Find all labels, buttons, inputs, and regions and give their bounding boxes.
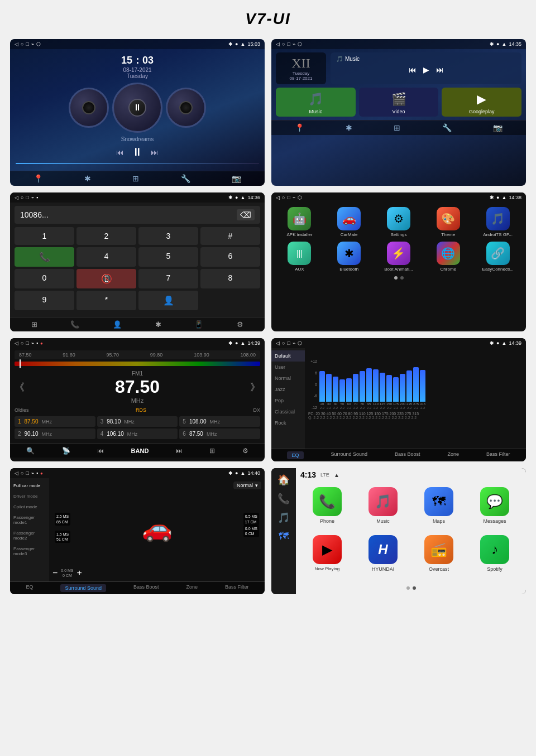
carplay-music-icon[interactable]: 🎵 [277,512,290,524]
search-icon[interactable]: 🔍 [26,447,35,455]
bass-boost-tab[interactable]: Bass Boost [395,451,420,459]
antenna-icon[interactable]: 📡 [62,447,70,455]
eq-mode-normal[interactable]: Normal [271,373,305,384]
app-settings[interactable]: ⚙ Settings [376,207,422,237]
eq-bar-20[interactable]: 202.2 [319,371,325,410]
key-4[interactable]: 4 [76,247,136,267]
eq-icon[interactable]: ⊞ [209,447,215,455]
surround-tab[interactable]: Surround Sound [331,451,367,459]
next-station-button[interactable]: ⏭ [176,447,183,455]
eq-mode-pop[interactable]: Pop [271,395,305,406]
band-button[interactable]: BAND [131,447,149,454]
eq-mode-default[interactable]: Default [271,350,305,362]
app-easyconnect[interactable]: 🔗 EasyConnecti... [475,242,520,272]
bt-dial-icon[interactable]: ✱ [155,320,161,329]
eq-bar-70[interactable]: 702.2 [353,374,358,410]
eq-bar-40[interactable]: 402.2 [333,377,338,410]
page-dot-2[interactable] [400,276,404,280]
menu-icon[interactable]: ⊞ [132,174,139,183]
play-pause-button[interactable]: ⏸ [132,146,143,158]
key-6[interactable]: 6 [200,247,260,267]
app-googleplay[interactable]: ▶ Googleplay [442,88,521,117]
app-chrome[interactable]: 🌐 Chrome [425,242,471,272]
preset-6[interactable]: 687.50MHz [179,428,260,439]
preset-5[interactable]: 5108.00MHz [179,416,260,427]
eq-bar-95[interactable]: 952.2 [366,368,372,410]
preset-2[interactable]: 290.10MHz [15,428,95,439]
cp-dot-1[interactable] [406,586,410,590]
end-call-button[interactable]: 📵 [76,269,136,288]
cp-hyundai-app[interactable]: H HYUNDAI [356,535,410,581]
keypad-icon[interactable]: ⊞ [31,320,37,329]
cp-maps-app[interactable]: 🗺 Maps [412,487,466,533]
carplay-phone-icon[interactable]: 📞 [277,493,290,505]
eq-bar-275[interactable]: 2752.2 [413,367,419,410]
zone-passenger3[interactable]: Passenger mode3 [10,543,49,559]
cp-overcast-app[interactable]: 📻 Overcast [412,535,466,581]
plus-button[interactable]: + [77,568,82,578]
eq-bar-60[interactable]: 602.2 [346,378,352,410]
app-boot-anim[interactable]: ⚡ Boot Animati... [376,242,422,272]
contacts-button[interactable]: 👤 [138,291,198,310]
app-bluetooth[interactable]: ✱ Bluetooth [327,242,372,272]
page-dot-1[interactable] [394,276,398,280]
contacts-icon[interactable]: 👤 [113,320,122,329]
preset-1[interactable]: 187.50MHz [15,416,95,427]
phone-icon[interactable]: 📱 [194,320,203,329]
key-hash[interactable]: # [200,227,260,245]
nav-icon[interactable]: 📍 [34,174,43,183]
eq-bar-235[interactable]: 2352.2 [406,370,412,410]
camera-icon[interactable]: 📷 [232,174,241,183]
app-aux[interactable]: ||| AUX [277,242,322,272]
eq-bar-175[interactable]: 1752.2 [393,377,399,410]
minus-button[interactable]: − [52,568,58,578]
key-5[interactable]: 5 [138,247,198,267]
eq-mode-classical[interactable]: Classical [271,406,305,417]
carplay-map-icon[interactable]: 🗺 [279,531,289,542]
cp-spotify-app[interactable]: ♪ Spotify [468,535,521,581]
cp-messages-app[interactable]: 💬 Messages [468,487,521,533]
eq-bar-80[interactable]: 802.2 [360,371,365,410]
next-button[interactable]: ⏭ [151,148,159,157]
nav-icon[interactable]: 📍 [295,123,304,132]
bt-icon[interactable]: ✱ [346,123,352,132]
zone-passenger2[interactable]: Passenger mode2 [10,528,49,543]
surround-tab[interactable]: Surround Sound [60,584,106,592]
settings-icon[interactable]: 🔧 [442,123,452,132]
app-video[interactable]: 🎬 Video [359,88,439,117]
app-androits[interactable]: 🎵 AndroiTS GP... [475,207,520,237]
app-carmate[interactable]: 🚗 CarMate [327,207,372,237]
camera-icon[interactable]: 📷 [493,123,502,132]
bass-filter-tab[interactable]: Bass Filter [486,451,510,459]
delete-button[interactable]: ⌫ [237,209,255,220]
bt-nav-icon[interactable]: ✱ [84,174,91,183]
app-apk[interactable]: 🤖 APK installer [277,207,322,237]
key-star[interactable]: * [76,291,136,310]
carplay-home-icon[interactable]: 🏠 [277,474,290,486]
key-7[interactable]: 7 [138,269,198,288]
key-8[interactable]: 8 [200,269,260,288]
preset-3[interactable]: 398.10MHz [97,416,178,427]
radio-settings-icon[interactable]: ⚙ [242,447,248,455]
zone-cpilot[interactable]: Cpilot mode [10,502,49,512]
zone-passenger1[interactable]: Passenger mode1 [10,512,49,528]
key-1[interactable]: 1 [15,227,74,245]
settings-icon[interactable]: 🔧 [181,174,190,183]
call-button[interactable]: 📞 [15,247,74,267]
cp-dot-2[interactable] [413,586,416,590]
cp-music-app[interactable]: 🎵 Music [356,487,410,533]
music-next[interactable]: ⏭ [436,65,444,74]
eq-bar-315[interactable]: 3152.2 [420,370,425,410]
prev-station-button[interactable]: ⏮ [97,447,104,455]
preset-4[interactable]: 4106.10MHz [97,428,178,439]
music-play[interactable]: ▶ [423,65,429,74]
eq-tab[interactable]: EQ [26,584,33,592]
zone-tab[interactable]: Zone [448,451,460,459]
scan-fwd-button[interactable]: 》 [250,381,260,394]
call-log-icon[interactable]: 📞 [70,320,79,329]
phone-settings-icon[interactable]: ⚙ [237,320,243,329]
eq-bar-30[interactable]: 302.2 [326,374,332,410]
eq-mode-user[interactable]: User [271,362,305,373]
app-theme[interactable]: 🎨 Theme [425,207,471,237]
menu-icon[interactable]: ⊞ [394,123,400,132]
